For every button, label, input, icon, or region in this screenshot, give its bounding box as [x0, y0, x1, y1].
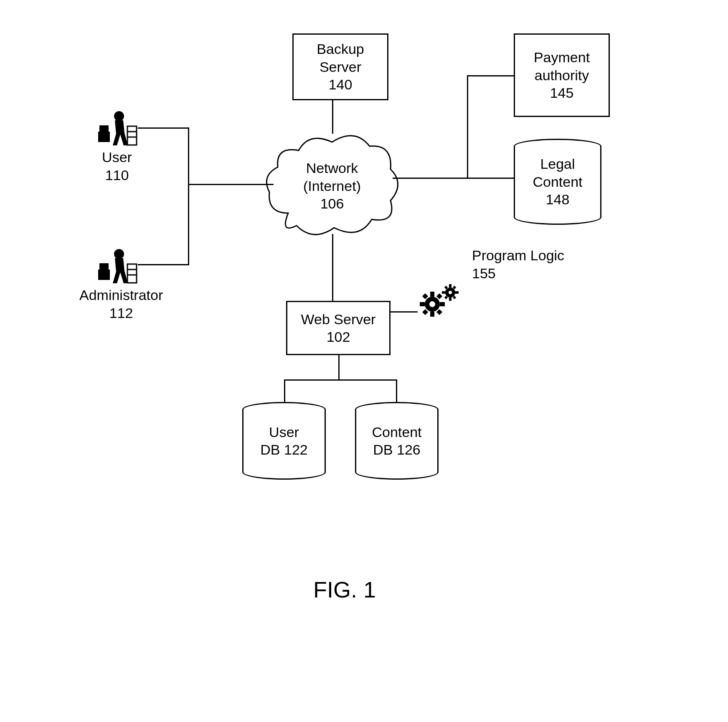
network-label-1: Network	[306, 159, 358, 177]
backup-server-label-1: Backup	[317, 40, 364, 58]
conn-junction-v-up	[467, 75, 468, 179]
svg-rect-24	[449, 297, 452, 301]
svg-rect-16	[420, 302, 425, 306]
conn-webserver-gears	[391, 311, 418, 313]
svg-rect-13	[430, 292, 434, 297]
user-label: User 110	[88, 148, 146, 184]
svg-rect-23	[449, 284, 452, 287]
conn-webserver-down	[338, 355, 340, 380]
svg-rect-1	[99, 125, 109, 133]
content-db-label-2: DB 126	[373, 441, 420, 459]
administrator-label: Administrator 112	[79, 286, 163, 322]
svg-rect-6	[98, 269, 110, 280]
svg-rect-0	[98, 132, 110, 142]
backup-server-ref: 140	[329, 76, 353, 94]
network-cloud: Network (Internet) 106	[263, 130, 401, 242]
payment-authority-label-1: Payment	[534, 48, 590, 66]
payment-authority-label-2: authority	[535, 66, 589, 84]
web-server-label: Web Server	[301, 310, 376, 328]
payment-authority-ref: 145	[550, 84, 574, 102]
network-ref: 106	[320, 195, 344, 213]
conn-network-webserver	[332, 234, 333, 301]
conn-usersplit-v	[188, 127, 189, 265]
web-server-box: Web Server 102	[286, 301, 391, 355]
legal-content-label-1: Legal	[540, 155, 575, 173]
figure-caption: FIG. 1	[292, 577, 397, 603]
svg-rect-25	[455, 291, 459, 294]
svg-rect-17	[436, 293, 442, 299]
user-db-label-1: User	[269, 423, 299, 441]
web-server-ref: 102	[327, 328, 350, 346]
content-db: Content DB 126	[355, 409, 439, 472]
svg-rect-18	[422, 293, 428, 299]
svg-rect-26	[442, 291, 445, 294]
conn-network-left-h	[188, 184, 274, 185]
legal-content-label-2: Content	[533, 173, 582, 191]
conn-to-userdb	[284, 379, 285, 404]
conn-to-contentdb	[396, 379, 397, 404]
svg-rect-14	[430, 312, 434, 317]
administrator-icon	[96, 247, 138, 284]
svg-rect-15	[440, 302, 445, 306]
system-architecture-diagram: Backup Server 140 Payment authority 145 …	[96, 33, 631, 618]
user-icon	[96, 109, 138, 146]
content-db-label-1: Content	[372, 423, 421, 441]
legal-content-db: Legal Content 148	[514, 146, 601, 217]
svg-point-8	[114, 249, 124, 259]
svg-rect-9	[127, 264, 137, 283]
conn-to-admin	[138, 264, 188, 265]
svg-point-2	[114, 111, 124, 121]
conn-to-user	[138, 127, 188, 129]
conn-backup-network	[332, 100, 333, 134]
user-db-label-2: DB 122	[260, 441, 307, 459]
backup-server-label-2: Server	[320, 58, 361, 76]
svg-point-31	[449, 291, 452, 294]
conn-db-split-h	[284, 379, 397, 381]
payment-authority-box: Payment authority 145	[514, 33, 610, 117]
svg-rect-7	[99, 263, 109, 271]
conn-network-right-h	[393, 178, 468, 179]
svg-rect-20	[422, 309, 428, 315]
conn-to-legal	[467, 178, 514, 179]
user-db: User DB 122	[242, 409, 326, 472]
program-logic-label: Program Logic 155	[472, 247, 568, 282]
legal-content-ref: 148	[546, 191, 570, 208]
network-label-2: (Internet)	[303, 177, 361, 195]
program-logic-icon	[418, 280, 464, 322]
svg-rect-19	[436, 309, 442, 315]
backup-server-box: Backup Server 140	[292, 33, 388, 100]
conn-to-payment	[467, 75, 514, 76]
svg-point-21	[429, 301, 435, 307]
svg-rect-3	[127, 126, 137, 145]
